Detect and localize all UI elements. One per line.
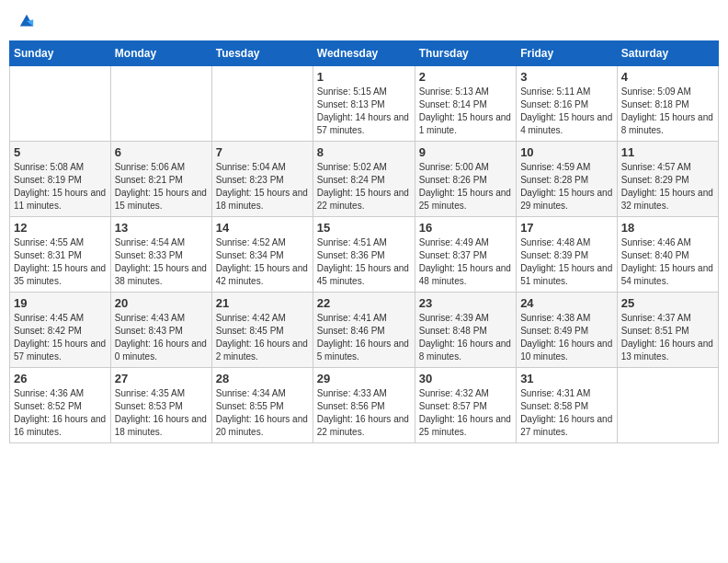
day-number: 1 <box>317 70 411 84</box>
day-number: 7 <box>216 145 309 159</box>
calendar-cell <box>110 66 211 142</box>
day-number: 24 <box>520 296 613 310</box>
day-info: Sunrise: 4:45 AM Sunset: 8:42 PM Dayligh… <box>14 312 107 363</box>
day-header-sunday: Sunday <box>10 41 111 66</box>
calendar-cell: 15Sunrise: 4:51 AM Sunset: 8:36 PM Dayli… <box>313 217 415 293</box>
day-info: Sunrise: 4:32 AM Sunset: 8:57 PM Dayligh… <box>419 387 512 439</box>
calendar-header-row: SundayMondayTuesdayWednesdayThursdayFrid… <box>10 41 719 66</box>
page-header <box>9 9 719 33</box>
calendar-cell: 4Sunrise: 5:09 AM Sunset: 8:18 PM Daylig… <box>617 66 718 142</box>
day-info: Sunrise: 4:41 AM Sunset: 8:46 PM Dayligh… <box>317 312 411 363</box>
calendar-cell: 11Sunrise: 4:57 AM Sunset: 8:29 PM Dayli… <box>617 142 718 217</box>
day-number: 27 <box>115 372 208 385</box>
calendar-week-row: 12Sunrise: 4:55 AM Sunset: 8:31 PM Dayli… <box>10 217 719 293</box>
day-number: 15 <box>317 221 411 235</box>
day-number: 3 <box>520 70 613 84</box>
calendar-week-row: 26Sunrise: 4:36 AM Sunset: 8:52 PM Dayli… <box>10 368 719 443</box>
calendar-cell: 16Sunrise: 4:49 AM Sunset: 8:37 PM Dayli… <box>415 217 516 293</box>
calendar-cell: 3Sunrise: 5:11 AM Sunset: 8:16 PM Daylig… <box>517 66 618 142</box>
calendar-cell <box>617 368 718 443</box>
calendar-cell: 19Sunrise: 4:45 AM Sunset: 8:42 PM Dayli… <box>10 293 111 368</box>
day-info: Sunrise: 4:55 AM Sunset: 8:31 PM Dayligh… <box>14 236 107 288</box>
calendar-cell: 20Sunrise: 4:43 AM Sunset: 8:43 PM Dayli… <box>110 293 211 368</box>
day-info: Sunrise: 4:57 AM Sunset: 8:29 PM Dayligh… <box>621 161 714 213</box>
calendar-cell: 22Sunrise: 4:41 AM Sunset: 8:46 PM Dayli… <box>313 293 415 368</box>
day-info: Sunrise: 4:54 AM Sunset: 8:33 PM Dayligh… <box>115 236 208 288</box>
day-number: 28 <box>216 372 309 385</box>
day-number: 30 <box>419 372 512 385</box>
day-info: Sunrise: 4:39 AM Sunset: 8:48 PM Dayligh… <box>419 312 512 363</box>
day-info: Sunrise: 4:59 AM Sunset: 8:28 PM Dayligh… <box>520 161 613 213</box>
day-number: 21 <box>216 296 309 310</box>
day-info: Sunrise: 5:06 AM Sunset: 8:21 PM Dayligh… <box>115 161 208 213</box>
day-info: Sunrise: 4:51 AM Sunset: 8:36 PM Dayligh… <box>317 236 411 288</box>
day-info: Sunrise: 4:42 AM Sunset: 8:45 PM Dayligh… <box>216 312 309 363</box>
day-number: 20 <box>115 296 208 310</box>
day-number: 18 <box>621 221 714 235</box>
day-info: Sunrise: 5:02 AM Sunset: 8:24 PM Dayligh… <box>317 161 411 213</box>
day-info: Sunrise: 4:37 AM Sunset: 8:51 PM Dayligh… <box>621 312 714 363</box>
calendar-cell: 28Sunrise: 4:34 AM Sunset: 8:55 PM Dayli… <box>211 368 313 443</box>
calendar-cell: 8Sunrise: 5:02 AM Sunset: 8:24 PM Daylig… <box>313 142 415 217</box>
calendar-cell: 10Sunrise: 4:59 AM Sunset: 8:28 PM Dayli… <box>517 142 618 217</box>
day-info: Sunrise: 4:38 AM Sunset: 8:49 PM Dayligh… <box>520 312 613 363</box>
day-info: Sunrise: 4:46 AM Sunset: 8:40 PM Dayligh… <box>621 236 714 288</box>
day-info: Sunrise: 4:34 AM Sunset: 8:55 PM Dayligh… <box>216 387 309 439</box>
calendar-cell: 23Sunrise: 4:39 AM Sunset: 8:48 PM Dayli… <box>415 293 516 368</box>
day-info: Sunrise: 5:08 AM Sunset: 8:19 PM Dayligh… <box>14 161 107 213</box>
calendar-cell: 29Sunrise: 4:33 AM Sunset: 8:56 PM Dayli… <box>313 368 415 443</box>
calendar-cell: 7Sunrise: 5:04 AM Sunset: 8:23 PM Daylig… <box>211 142 313 217</box>
day-header-wednesday: Wednesday <box>313 41 415 66</box>
calendar-week-row: 19Sunrise: 4:45 AM Sunset: 8:42 PM Dayli… <box>10 293 719 368</box>
day-number: 23 <box>419 296 512 310</box>
day-number: 22 <box>317 296 411 310</box>
day-info: Sunrise: 5:09 AM Sunset: 8:18 PM Dayligh… <box>621 86 714 137</box>
calendar-cell: 13Sunrise: 4:54 AM Sunset: 8:33 PM Dayli… <box>110 217 211 293</box>
day-number: 2 <box>419 70 512 84</box>
day-info: Sunrise: 4:52 AM Sunset: 8:34 PM Dayligh… <box>216 236 309 288</box>
day-header-tuesday: Tuesday <box>211 41 313 66</box>
calendar-table: SundayMondayTuesdayWednesdayThursdayFrid… <box>9 40 719 443</box>
day-header-monday: Monday <box>110 41 211 66</box>
day-header-saturday: Saturday <box>617 41 718 66</box>
day-info: Sunrise: 4:48 AM Sunset: 8:39 PM Dayligh… <box>520 236 613 288</box>
calendar-cell: 2Sunrise: 5:13 AM Sunset: 8:14 PM Daylig… <box>415 66 516 142</box>
day-info: Sunrise: 4:31 AM Sunset: 8:58 PM Dayligh… <box>520 387 613 439</box>
calendar-cell: 21Sunrise: 4:42 AM Sunset: 8:45 PM Dayli… <box>211 293 313 368</box>
day-number: 17 <box>520 221 613 235</box>
day-number: 19 <box>14 296 107 310</box>
calendar-cell <box>211 66 313 142</box>
day-info: Sunrise: 4:49 AM Sunset: 8:37 PM Dayligh… <box>419 236 512 288</box>
day-number: 26 <box>14 372 107 385</box>
day-info: Sunrise: 5:15 AM Sunset: 8:13 PM Dayligh… <box>317 86 411 137</box>
logo-icon <box>18 13 35 29</box>
calendar-cell: 12Sunrise: 4:55 AM Sunset: 8:31 PM Dayli… <box>10 217 111 293</box>
day-info: Sunrise: 5:11 AM Sunset: 8:16 PM Dayligh… <box>520 86 613 137</box>
day-number: 8 <box>317 145 411 159</box>
logo <box>17 13 35 29</box>
day-number: 9 <box>419 145 512 159</box>
calendar-cell <box>10 66 111 142</box>
day-number: 5 <box>14 145 107 159</box>
calendar-cell: 17Sunrise: 4:48 AM Sunset: 8:39 PM Dayli… <box>517 217 618 293</box>
day-info: Sunrise: 4:36 AM Sunset: 8:52 PM Dayligh… <box>14 387 107 439</box>
day-number: 12 <box>14 221 107 235</box>
calendar-cell: 5Sunrise: 5:08 AM Sunset: 8:19 PM Daylig… <box>10 142 111 217</box>
day-number: 4 <box>621 70 714 84</box>
day-number: 10 <box>520 145 613 159</box>
day-header-thursday: Thursday <box>415 41 516 66</box>
calendar-cell: 24Sunrise: 4:38 AM Sunset: 8:49 PM Dayli… <box>517 293 618 368</box>
calendar-cell: 27Sunrise: 4:35 AM Sunset: 8:53 PM Dayli… <box>110 368 211 443</box>
day-number: 13 <box>115 221 208 235</box>
calendar-cell: 14Sunrise: 4:52 AM Sunset: 8:34 PM Dayli… <box>211 217 313 293</box>
day-number: 14 <box>216 221 309 235</box>
day-number: 6 <box>115 145 208 159</box>
calendar-cell: 31Sunrise: 4:31 AM Sunset: 8:58 PM Dayli… <box>517 368 618 443</box>
calendar-cell: 6Sunrise: 5:06 AM Sunset: 8:21 PM Daylig… <box>110 142 211 217</box>
day-number: 31 <box>520 372 613 385</box>
day-info: Sunrise: 5:00 AM Sunset: 8:26 PM Dayligh… <box>419 161 512 213</box>
calendar-cell: 18Sunrise: 4:46 AM Sunset: 8:40 PM Dayli… <box>617 217 718 293</box>
day-info: Sunrise: 5:13 AM Sunset: 8:14 PM Dayligh… <box>419 86 512 137</box>
calendar-cell: 1Sunrise: 5:15 AM Sunset: 8:13 PM Daylig… <box>313 66 415 142</box>
day-info: Sunrise: 4:33 AM Sunset: 8:56 PM Dayligh… <box>317 387 411 439</box>
